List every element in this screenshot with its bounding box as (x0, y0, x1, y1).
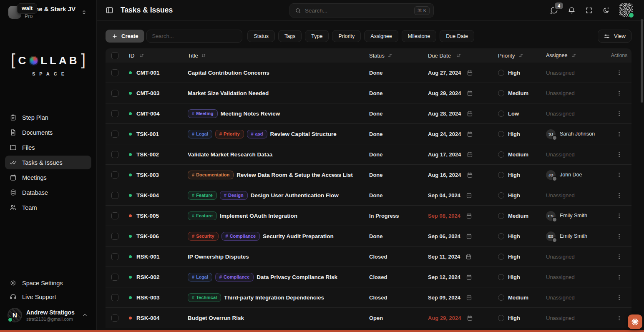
row-actions-button[interactable] (614, 109, 624, 118)
global-search-input[interactable] (305, 8, 414, 14)
filter-chip-assignee[interactable]: Assignee (364, 30, 398, 42)
table-row-tsk-005[interactable]: TSK-005#FeatureImplement OAuth Integrati… (106, 206, 631, 226)
filter-chip-tags[interactable]: Tags (278, 30, 302, 42)
chat-button[interactable]: 4 (550, 6, 558, 14)
row-checkbox[interactable] (111, 274, 118, 281)
calendar-icon[interactable] (466, 192, 472, 199)
sidebar-item-step-plan[interactable]: Step Plan (5, 111, 91, 124)
row-checkbox[interactable] (111, 151, 118, 158)
table-row-tsk-004[interactable]: TSK-004#Feature#DesignDesign User Authen… (106, 185, 631, 206)
row-actions-button[interactable] (614, 88, 624, 98)
workspace-selector[interactable]: me & Stark JV Pro wait (0, 0, 96, 23)
table-search[interactable] (146, 30, 242, 43)
calendar-icon[interactable] (467, 151, 473, 158)
title-cell[interactable]: #Security#ComplianceSecurity Audit Prepa… (186, 232, 366, 241)
calendar-icon[interactable] (467, 70, 473, 76)
calendar-icon[interactable] (467, 172, 473, 178)
column-header-priority[interactable]: Priority (497, 53, 545, 59)
table-row-tsk-001[interactable]: TSK-001#Legal#Priority#asdReview Capital… (106, 124, 631, 144)
user-menu[interactable]: N Andrew Stratigos strat2131@gmail.com (5, 304, 91, 327)
fullscreen-button[interactable] (585, 7, 593, 14)
row-actions-button[interactable] (614, 252, 624, 262)
global-search[interactable]: ⌘ K (289, 3, 434, 18)
title-cell[interactable]: #MeetingMeeting Notes Review (186, 109, 366, 118)
scrollbar-thumb[interactable] (641, 19, 643, 103)
column-header-title[interactable]: Title (186, 53, 366, 59)
title-cell[interactable]: #Legal#Priority#asdReview Capital Struct… (186, 130, 366, 138)
column-header-status[interactable]: Status (366, 53, 427, 59)
sidebar-toggle-button[interactable] (106, 6, 113, 14)
title-cell[interactable]: #TechnicalThird-party Integration Depend… (186, 293, 366, 302)
row-checkbox[interactable] (111, 69, 118, 76)
table-row-cmt-001[interactable]: CMT-001Capital Contribution ConcernsDone… (106, 63, 631, 83)
row-checkbox[interactable] (111, 294, 118, 301)
filter-chip-priority[interactable]: Priority (332, 30, 361, 42)
sidebar-item-files[interactable]: Files (5, 141, 91, 154)
select-all-checkbox[interactable] (111, 52, 118, 59)
row-checkbox[interactable] (111, 192, 118, 199)
row-checkbox[interactable] (111, 233, 118, 240)
row-checkbox[interactable] (111, 90, 118, 97)
table-row-rsk-002[interactable]: RSK-002#Legal#ComplianceData Privacy Com… (106, 267, 631, 287)
row-actions-button[interactable] (614, 129, 624, 139)
calendar-icon[interactable] (466, 213, 472, 219)
calendar-icon[interactable] (465, 254, 472, 260)
row-checkbox[interactable] (111, 314, 118, 322)
profile-avatar[interactable] (619, 3, 633, 17)
calendar-icon[interactable] (466, 294, 472, 301)
calendar-icon[interactable] (466, 274, 472, 280)
table-row-tsk-003[interactable]: TSK-003#DocumentationReview Data Room & … (106, 165, 631, 185)
calendar-icon[interactable] (467, 315, 473, 321)
sidebar-item-live-support[interactable]: Live Support (5, 290, 91, 304)
title-cell[interactable]: #FeatureImplement OAuth Integration (186, 211, 366, 220)
support-fab-button[interactable] (628, 314, 642, 329)
sidebar-item-documents[interactable]: Documents (5, 126, 91, 139)
sidebar-item-tasks-issues[interactable]: Tasks & Issues (5, 156, 91, 169)
table-row-rsk-001[interactable]: RSK-001IP Ownership DisputesClosedSep 11… (106, 246, 631, 267)
title-cell[interactable]: Validate Market Research Dataa (186, 151, 366, 158)
row-actions-button[interactable] (614, 231, 624, 241)
sidebar-item-database[interactable]: Database (5, 186, 91, 199)
title-cell[interactable]: Capital Contribution Concerns (186, 70, 366, 76)
title-cell[interactable]: #Legal#ComplianceData Privacy Compliance… (186, 273, 366, 282)
sidebar-item-space-settings[interactable]: Space Settings (5, 276, 91, 290)
sidebar-item-team[interactable]: Team (5, 201, 91, 214)
column-header-id[interactable]: ID (124, 53, 186, 59)
row-checkbox[interactable] (111, 131, 118, 138)
calendar-icon[interactable] (466, 233, 472, 239)
row-actions-button[interactable] (614, 170, 624, 180)
row-actions-button[interactable] (614, 150, 624, 159)
filter-chip-milestone[interactable]: Milestone (402, 30, 437, 42)
calendar-icon[interactable] (467, 131, 473, 137)
row-actions-button[interactable] (614, 68, 624, 78)
row-actions-button[interactable] (614, 191, 624, 200)
table-row-cmt-004[interactable]: CMT-004#MeetingMeeting Notes ReviewDoneA… (106, 103, 631, 124)
row-actions-button[interactable] (614, 272, 624, 282)
row-checkbox[interactable] (111, 212, 118, 219)
create-button[interactable]: Create (106, 30, 144, 43)
table-row-cmt-003[interactable]: CMT-003Market Size Validation NeededDone… (106, 83, 631, 103)
row-actions-button[interactable] (614, 313, 624, 323)
filter-chip-status[interactable]: Status (247, 30, 274, 42)
title-cell[interactable]: #Feature#DesignDesign User Authenticatio… (186, 191, 366, 200)
row-checkbox[interactable] (111, 110, 118, 117)
view-button[interactable]: View (598, 30, 631, 43)
notifications-bell-button[interactable] (568, 6, 576, 14)
calendar-icon[interactable] (467, 111, 473, 117)
table-row-tsk-006[interactable]: TSK-006#Security#ComplianceSecurity Audi… (106, 226, 631, 246)
table-search-input[interactable] (152, 33, 237, 39)
table-row-rsk-004[interactable]: RSK-004Budget Overrun RiskOpenAug 29, 20… (106, 308, 631, 328)
filter-chip-due-date[interactable]: Due Date (440, 30, 474, 42)
table-row-tsk-002[interactable]: TSK-002Validate Market Research DataaDon… (106, 144, 631, 165)
filter-chip-type[interactable]: Type (305, 30, 329, 42)
title-cell[interactable]: Budget Overrun Risk (186, 315, 366, 321)
calendar-icon[interactable] (467, 90, 473, 96)
row-checkbox[interactable] (111, 253, 118, 260)
dark-mode-moon-button[interactable] (602, 7, 610, 14)
column-header-due-date[interactable]: Due Date (427, 53, 497, 59)
column-header-assignee[interactable]: Assignee (545, 53, 607, 58)
row-actions-button[interactable] (614, 293, 624, 302)
table-row-rsk-003[interactable]: RSK-003#TechnicalThird-party Integration… (106, 287, 631, 308)
title-cell[interactable]: Market Size Validation Needed (186, 90, 366, 96)
sidebar-item-meetings[interactable]: Meetings (5, 171, 91, 184)
